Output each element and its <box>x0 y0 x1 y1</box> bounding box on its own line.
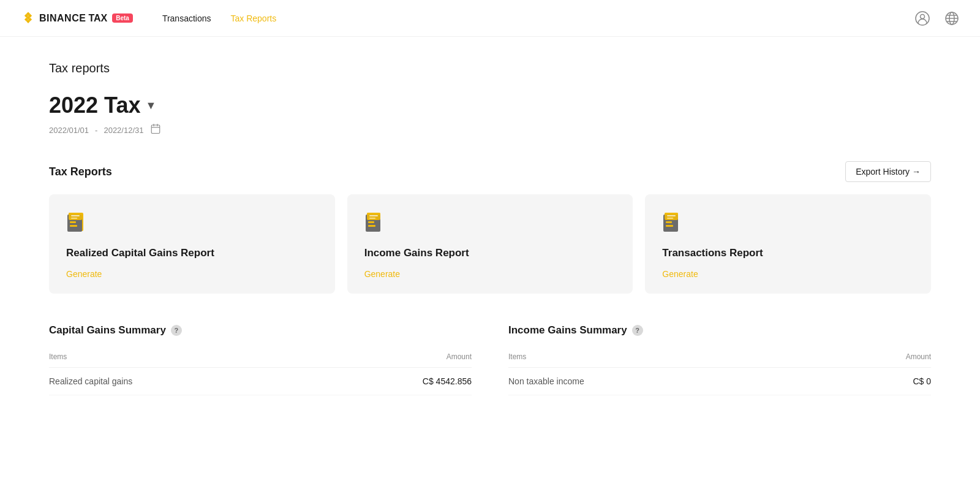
capital-gains-report-icon <box>66 211 88 234</box>
nav-tax-reports[interactable]: Tax Reports <box>231 13 277 23</box>
nav-links: Transactions Tax Reports <box>162 13 914 23</box>
date-separator: - <box>95 126 97 135</box>
year-selector: 2022 Tax ▼ <box>49 93 931 118</box>
income-gains-amount: C$ 0 <box>825 368 931 395</box>
logo-binance-text: BINANCE <box>39 13 86 24</box>
calendar-icon[interactable] <box>150 123 161 137</box>
user-icon[interactable] <box>914 10 931 27</box>
svg-rect-31 <box>666 221 672 223</box>
income-gains-item: Non taxable income <box>508 368 825 395</box>
capital-gains-report-name: Realized Capital Gains Report <box>66 247 318 259</box>
svg-rect-27 <box>369 218 375 219</box>
income-gains-help-icon[interactable]: ? <box>632 325 643 336</box>
main-content: Tax reports 2022 Tax ▼ 2022/01/01 - 2022… <box>0 37 980 420</box>
transactions-report-name: Transactions Report <box>662 247 914 259</box>
svg-rect-16 <box>70 225 77 227</box>
table-row: Non taxable income C$ 0 <box>508 368 931 395</box>
svg-rect-19 <box>71 218 77 219</box>
svg-rect-7 <box>151 125 160 134</box>
binance-logo: BINANCE TAX Beta <box>20 10 133 27</box>
capital-gains-summary-title: Capital Gains Summary ? <box>49 324 472 337</box>
transactions-report-card: Transactions Report Generate <box>645 194 931 294</box>
nav-transactions[interactable]: Transactions <box>162 13 211 23</box>
capital-gains-generate-link[interactable]: Generate <box>66 269 318 279</box>
income-gains-col-items: Items <box>508 346 825 368</box>
svg-point-1 <box>921 14 925 18</box>
date-start: 2022/01/01 <box>49 126 89 135</box>
logo-tax-text: TAX <box>88 13 107 24</box>
export-history-button[interactable]: Export History → <box>845 161 931 182</box>
nav-right <box>914 10 960 27</box>
capital-gains-item: Realized capital gains <box>49 368 315 395</box>
income-gains-generate-link[interactable]: Generate <box>364 269 616 279</box>
svg-rect-35 <box>667 218 673 219</box>
income-gains-table: Items Amount Non taxable income C$ 0 <box>508 346 931 395</box>
page-title: Tax reports <box>49 61 931 75</box>
capital-gains-amount: C$ 4542.856 <box>315 368 472 395</box>
year-label: 2022 Tax <box>49 93 140 118</box>
globe-icon[interactable] <box>943 10 960 27</box>
income-gains-col-amount: Amount <box>825 346 931 368</box>
transactions-report-icon <box>662 211 684 234</box>
svg-rect-34 <box>667 215 676 216</box>
income-gains-report-name: Income Gains Report <box>364 247 616 259</box>
capital-gains-summary: Capital Gains Summary ? Items Amount Rea… <box>49 324 472 395</box>
income-gains-summary-title: Income Gains Summary ? <box>508 324 931 337</box>
svg-rect-23 <box>368 221 374 223</box>
date-range: 2022/01/01 - 2022/12/31 <box>49 123 931 137</box>
capital-gains-table: Items Amount Realized capital gains C$ 4… <box>49 346 472 395</box>
logo-area: BINANCE TAX Beta <box>20 10 133 27</box>
svg-rect-18 <box>71 215 80 216</box>
binance-diamond-icon <box>20 10 37 27</box>
capital-gains-report-card: Realized Capital Gains Report Generate <box>49 194 335 294</box>
transactions-generate-link[interactable]: Generate <box>662 269 914 279</box>
summary-sections: Capital Gains Summary ? Items Amount Rea… <box>49 324 931 395</box>
table-row: Realized capital gains C$ 4542.856 <box>49 368 472 395</box>
income-gains-report-icon <box>364 211 386 234</box>
tax-reports-section-title: Tax Reports <box>49 165 112 178</box>
capital-gains-col-items: Items <box>49 346 315 368</box>
capital-gains-col-amount: Amount <box>315 346 472 368</box>
svg-rect-32 <box>666 225 673 227</box>
svg-rect-24 <box>368 225 375 227</box>
svg-rect-15 <box>70 221 76 223</box>
beta-badge: Beta <box>112 13 133 23</box>
navbar: BINANCE TAX Beta Transactions Tax Report… <box>0 0 980 37</box>
income-gains-report-card: Income Gains Report Generate <box>347 194 633 294</box>
date-end: 2022/12/31 <box>104 126 143 135</box>
svg-rect-26 <box>369 215 378 216</box>
report-cards: Realized Capital Gains Report Generate I… <box>49 194 931 294</box>
tax-reports-section-header: Tax Reports Export History → <box>49 161 931 182</box>
income-gains-summary: Income Gains Summary ? Items Amount Non … <box>508 324 931 395</box>
capital-gains-help-icon[interactable]: ? <box>171 325 182 336</box>
year-chevron-icon[interactable]: ▼ <box>145 99 156 112</box>
